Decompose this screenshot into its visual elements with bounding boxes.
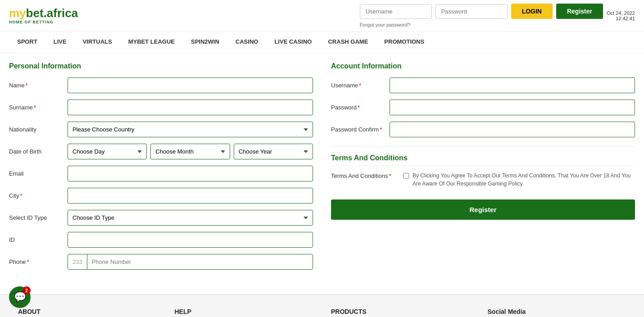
personal-info-title: Personal Information: [9, 62, 313, 70]
footer-about: ABOUT: [18, 308, 157, 317]
login-button[interactable]: LOGIN: [511, 4, 553, 19]
account-password-row: Password*: [331, 100, 635, 115]
surname-label: Surname*: [9, 104, 63, 111]
name-label: Name*: [9, 82, 63, 89]
footer-social: Social Media: [488, 308, 626, 317]
phone-label: Phone*: [9, 258, 63, 265]
phone-required: *: [27, 258, 29, 265]
header-password-input[interactable]: [435, 4, 508, 19]
email-label: Email: [9, 170, 63, 177]
id-type-label: Select ID Type: [9, 214, 63, 221]
terms-divider: [331, 146, 635, 147]
nav: SPORT LIVE VIRTUALS MYBET LEAGUE SPIN2WI…: [0, 32, 644, 53]
phone-input-wrapper: 233: [68, 254, 313, 270]
header-credentials: LOGIN Register Forgot your password?: [360, 4, 603, 28]
nav-item-virtuals[interactable]: VIRTUALS: [75, 32, 120, 53]
nav-item-sport[interactable]: SPORT: [9, 32, 45, 53]
terms-row: Terms And Conditions* By Clicking You Ag…: [331, 172, 635, 188]
header: mybet.africa HOME OF BETTING LOGIN Regis…: [0, 0, 644, 32]
name-required: *: [26, 82, 28, 89]
footer-help-title: HELP: [175, 308, 313, 315]
nationality-label: Nationality: [9, 126, 63, 133]
nav-item-crash-game[interactable]: CRASH GAME: [320, 32, 376, 53]
register-header-button[interactable]: Register: [556, 4, 603, 19]
logo-my: my: [9, 6, 26, 20]
nav-item-live-casino[interactable]: LIVE CASINO: [266, 32, 320, 53]
id-type-select[interactable]: Choose ID Type: [68, 210, 313, 226]
header-username-input[interactable]: [360, 4, 432, 19]
surname-input[interactable]: [68, 100, 313, 115]
account-username-input[interactable]: [390, 77, 635, 93]
nationality-select[interactable]: Please Choose Country: [68, 122, 313, 137]
city-required: *: [20, 192, 22, 199]
terms-checkbox-wrapper: By Clicking You Agree To Accept Our Term…: [403, 172, 635, 188]
dob-month-select[interactable]: Choose Month: [150, 144, 230, 159]
footer-help: HELP: [175, 308, 313, 317]
chat-bubble[interactable]: 💬 2: [9, 286, 31, 308]
account-password-label: Password*: [331, 104, 385, 111]
terms-required: *: [389, 172, 391, 179]
terms-checkbox[interactable]: [403, 173, 409, 179]
terms-title: Terms And Conditions: [331, 154, 635, 166]
city-row: City*: [9, 188, 313, 204]
nav-item-live[interactable]: LIVE: [45, 32, 75, 53]
terms-label: Terms And Conditions*: [331, 172, 399, 179]
id-type-row: Select ID Type Choose ID Type: [9, 210, 313, 226]
dob-year-select[interactable]: Choose Year: [234, 144, 313, 159]
register-main-button[interactable]: Register: [331, 199, 635, 220]
password-required: *: [358, 104, 360, 111]
surname-required: *: [34, 104, 36, 111]
personal-info-section: Personal Information Name* Surname* Nati…: [9, 62, 313, 276]
surname-row: Surname*: [9, 100, 313, 115]
name-input[interactable]: [68, 77, 313, 93]
nav-item-promotions[interactable]: PROMOTIONS: [376, 32, 432, 53]
account-password-confirm-input[interactable]: [390, 122, 635, 137]
header-right: LOGIN Register Forgot your password? Oct…: [360, 4, 635, 28]
footer-about-title: ABOUT: [18, 308, 157, 315]
account-password-input[interactable]: [390, 100, 635, 115]
dob-selects: Choose Day Choose Month Choose Year: [68, 144, 313, 159]
phone-prefix: 233: [68, 254, 87, 269]
dob-row: Date of Birth Choose Day Choose Month Ch…: [9, 144, 313, 159]
nationality-row: Nationality Please Choose Country: [9, 122, 313, 137]
logo-subtitle: HOME OF BETTING: [9, 20, 78, 24]
footer-social-title: Social Media: [488, 308, 626, 315]
email-row: Email: [9, 166, 313, 181]
account-username-row: Username*: [331, 77, 635, 93]
footer-columns: ABOUT HELP PRODUCTS Social Media: [18, 308, 626, 317]
logo: mybet.africa HOME OF BETTING: [9, 7, 78, 24]
account-password-confirm-row: Password Confirm*: [331, 122, 635, 137]
account-info-section: Account Information Username* Password* …: [331, 62, 635, 276]
terms-text: By Clicking You Agree To Accept Our Term…: [413, 172, 635, 188]
account-username-label: Username*: [331, 82, 385, 89]
id-label: ID: [9, 236, 63, 243]
footer-products-title: PRODUCTS: [331, 308, 470, 315]
nav-item-spin2win[interactable]: SPIN2WIN: [183, 32, 227, 53]
password-confirm-required: *: [380, 126, 382, 133]
datetime: Oct 24, 2022 12:42:41: [607, 10, 635, 21]
dob-day-select[interactable]: Choose Day: [68, 144, 147, 159]
footer: ABOUT HELP PRODUCTS Social Media: [0, 294, 644, 317]
id-input[interactable]: [68, 232, 313, 248]
username-required: *: [359, 82, 361, 89]
city-label: City*: [9, 192, 63, 199]
main-content: Personal Information Name* Surname* Nati…: [0, 53, 644, 285]
chat-badge: 2: [23, 286, 31, 294]
dob-label: Date of Birth: [9, 148, 63, 155]
account-password-confirm-label: Password Confirm*: [331, 126, 385, 133]
name-row: Name*: [9, 77, 313, 93]
forgot-password-link[interactable]: Forgot your password?: [360, 22, 411, 27]
email-input[interactable]: [68, 166, 313, 181]
nav-left: SPORT LIVE VIRTUALS MYBET LEAGUE SPIN2WI…: [9, 32, 432, 53]
footer-products: PRODUCTS: [331, 308, 470, 317]
terms-section: Terms And Conditions Terms And Condition…: [331, 146, 635, 220]
city-input[interactable]: [68, 188, 313, 204]
phone-row: Phone* 233: [9, 254, 313, 270]
account-info-title: Account Information: [331, 62, 635, 70]
nav-item-mybet-league[interactable]: MYBET LEAGUE: [120, 32, 183, 53]
phone-input[interactable]: [87, 254, 313, 269]
logo-bet: bet.africa: [26, 6, 78, 20]
nav-item-casino[interactable]: CASINO: [227, 32, 267, 53]
id-row: ID: [9, 232, 313, 248]
logo-text: mybet.africa: [9, 7, 78, 19]
